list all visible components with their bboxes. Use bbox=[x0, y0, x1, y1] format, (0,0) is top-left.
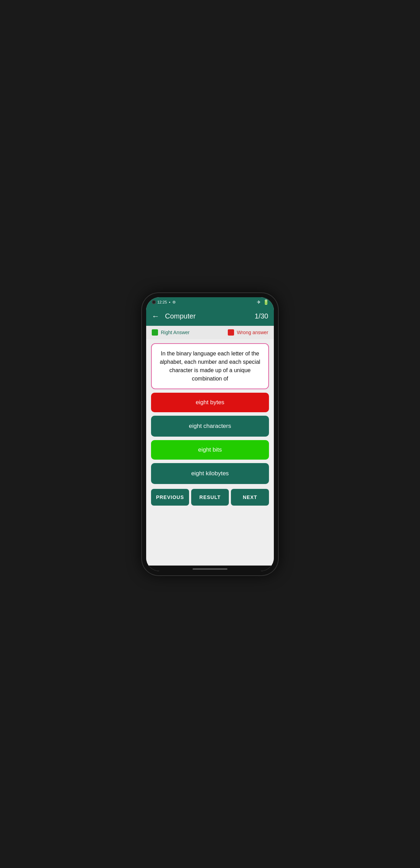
answer-button-0[interactable]: eight bytes bbox=[151, 393, 269, 412]
wrong-answer-legend: Wrong answer bbox=[228, 329, 268, 336]
home-indicator bbox=[146, 566, 274, 571]
home-indicator-bar bbox=[193, 568, 227, 570]
app-header: ← Computer 1/30 bbox=[146, 307, 274, 326]
wrong-answer-label: Wrong answer bbox=[237, 330, 268, 335]
camera-icon bbox=[152, 300, 156, 304]
right-answer-legend: Right Answer bbox=[152, 329, 189, 336]
question-counter: 1/30 bbox=[255, 312, 268, 320]
app-title: Computer bbox=[165, 312, 249, 320]
wrong-answer-dot bbox=[228, 329, 234, 336]
phone-frame: 12:25 ▪ ⚙ ✈ 🔋 ← Computer 1/30 Right Answ… bbox=[142, 293, 278, 575]
airplane-icon: ✈ bbox=[257, 299, 261, 305]
status-bar: 12:25 ▪ ⚙ ✈ 🔋 bbox=[146, 297, 274, 307]
result-button[interactable]: RESULT bbox=[191, 489, 229, 506]
question-box: In the binary language each letter of th… bbox=[151, 343, 269, 389]
sim-icon: ▪ bbox=[169, 300, 171, 304]
back-button[interactable]: ← bbox=[152, 312, 159, 321]
battery-icon: 🔋 bbox=[263, 299, 269, 305]
answer-button-2[interactable]: eight bits bbox=[151, 440, 269, 460]
phone-screen: 12:25 ▪ ⚙ ✈ 🔋 ← Computer 1/30 Right Answ… bbox=[146, 297, 274, 571]
right-answer-dot bbox=[152, 329, 158, 336]
status-icons-right: ✈ 🔋 bbox=[257, 299, 269, 305]
nav-buttons: PREVIOUS RESULT NEXT bbox=[151, 489, 269, 506]
legend-bar: Right Answer Wrong answer bbox=[146, 326, 274, 339]
status-icons-left: 12:25 ▪ ⚙ bbox=[157, 300, 176, 304]
content-area: In the binary language each letter of th… bbox=[146, 339, 274, 566]
previous-button[interactable]: PREVIOUS bbox=[151, 489, 189, 506]
question-text: In the binary language each letter of th… bbox=[160, 351, 260, 382]
answer-button-1[interactable]: eight characters bbox=[151, 416, 269, 437]
settings-icon: ⚙ bbox=[172, 300, 176, 304]
right-answer-label: Right Answer bbox=[161, 330, 189, 335]
answer-button-3[interactable]: eight kilobytes bbox=[151, 463, 269, 484]
next-button[interactable]: NEXT bbox=[231, 489, 269, 506]
time-display: 12:25 bbox=[157, 300, 167, 304]
